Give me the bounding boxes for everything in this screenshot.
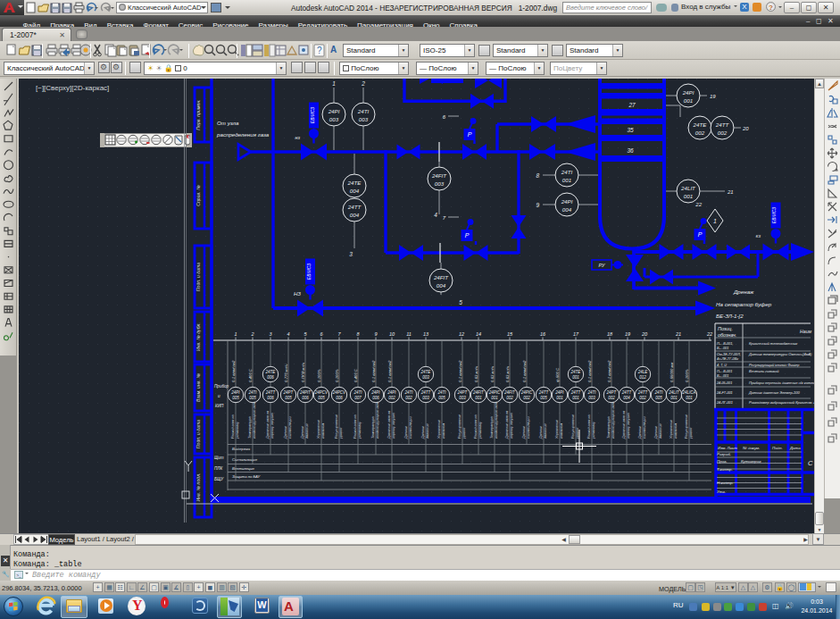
svg-text:001: 001 — [572, 396, 579, 400]
svg-text:001: 001 — [670, 396, 678, 400]
svg-text:0-1 атм/см2: 0-1 атм/см2 — [607, 360, 611, 382]
svg-text:Р: Р — [465, 232, 470, 238]
svg-text:Подп. и дата: Подп. и дата — [195, 420, 201, 449]
svg-text:Температура: Температура — [490, 417, 494, 439]
svg-text:24TT: 24TT — [420, 390, 432, 395]
svg-text:Температура: Температура — [607, 417, 611, 439]
svg-text:установку: установку — [478, 421, 482, 439]
svg-text:давления: давления — [426, 423, 429, 439]
svg-text:22: 22 — [706, 331, 712, 337]
svg-text:24PI: 24PI — [387, 390, 396, 395]
svg-text:горелку запуска: горелку запуска — [510, 413, 513, 439]
svg-text:КИП: КИП — [215, 404, 224, 408]
svg-text:006: 006 — [336, 396, 343, 400]
svg-text:4н-ЛЕ-ТГ-0Вк: 4н-ЛЕ-ТГ-0Вк — [717, 357, 738, 361]
svg-text:Давление газа на: Давление газа на — [387, 411, 391, 439]
svg-text:0-1 атм/см2: 0-1 атм/см2 — [587, 360, 592, 382]
svg-text:24PCV: 24PCV — [314, 390, 329, 395]
svg-text:005: 005 — [438, 396, 445, 400]
svg-text:0-1 атм/см2: 0-1 атм/см2 — [522, 360, 527, 382]
svg-text:давления: давления — [659, 423, 662, 439]
svg-text:001: 001 — [556, 396, 563, 400]
svg-text:Датчик: Датчик — [404, 426, 408, 439]
svg-text:006: 006 — [267, 396, 274, 400]
svg-text:4, Т, U: 4, Т, U — [717, 364, 727, 367]
svg-text:17: 17 — [573, 331, 579, 337]
svg-text:БЩУ: БЩУ — [214, 477, 224, 481]
svg-text:006: 006 — [372, 396, 379, 400]
svg-text:Позиц.: Позиц. — [718, 326, 733, 331]
svg-text:Расход газа на: Расход газа на — [231, 414, 235, 439]
svg-text:Давление газа на: Давление газа на — [505, 411, 509, 439]
svg-text:18: 18 — [607, 331, 613, 337]
svg-text:24PT: 24PT — [606, 390, 618, 395]
svg-text:19: 19 — [710, 94, 716, 99]
svg-text:Датчик: Датчик — [421, 426, 425, 439]
svg-text:24PIC: 24PIC — [520, 390, 533, 395]
svg-text:9: 9 — [536, 202, 539, 208]
svg-text:11: 11 — [406, 331, 412, 337]
svg-text:?: ? — [317, 46, 322, 55]
svg-text:24FIT: 24FIT — [472, 390, 485, 395]
svg-text:Ом-ЗЕ-ТУ-00Л,: Ом-ЗЕ-ТУ-00Л, — [717, 353, 741, 356]
svg-text:7: 7 — [337, 331, 341, 337]
svg-text:001: 001 — [684, 193, 693, 199]
svg-text:уровня: уровня — [576, 428, 579, 439]
svg-text:0-400 С: 0-400 С — [248, 368, 253, 382]
svg-text:24TI: 24TI — [586, 390, 596, 395]
svg-text:нз: нз — [295, 135, 300, 140]
svg-text:24TI: 24TI — [403, 390, 413, 395]
svg-text:Инв. № дубл.: Инв. № дубл. — [195, 322, 201, 351]
svg-text:24PI: 24PI — [328, 108, 340, 114]
svg-text:24FIT: 24FIT — [503, 390, 516, 395]
svg-text:24PI: 24PI — [561, 198, 573, 205]
svg-text:0-63 мл/ч: 0-63 мл/ч — [505, 365, 510, 382]
svg-text:ПЛК: ПЛК — [214, 466, 222, 471]
svg-text:Вентиль газовый: Вентиль газовый — [749, 369, 779, 373]
svg-text:24ТЕ: 24ТЕ — [265, 370, 277, 374]
svg-text:сигнализации: сигнализации — [409, 416, 412, 439]
svg-text:Датчик: Датчик — [284, 426, 287, 439]
svg-text:Датчик: Датчик — [654, 426, 658, 439]
svg-text:27: 27 — [628, 102, 636, 108]
svg-text:005: 005 — [318, 396, 325, 400]
svg-text:21: 21 — [727, 189, 734, 195]
svg-text:Р: Р — [698, 231, 703, 238]
svg-text:24PI: 24PI — [370, 390, 380, 395]
svg-text:005: 005 — [249, 396, 256, 400]
svg-text:002: 002 — [388, 396, 395, 400]
svg-text:конденсирующего газа: конденсирующего газа — [611, 402, 615, 439]
svg-text:Н.контр.: Н.контр. — [717, 481, 734, 485]
svg-text:установку: установку — [358, 421, 362, 439]
svg-text:Расход газа на: Расход газа на — [587, 414, 591, 439]
svg-text:004: 004 — [623, 396, 630, 400]
svg-text:002: 002 — [608, 396, 615, 400]
svg-text:сигнализации: сигнализации — [643, 416, 646, 439]
svg-text:сигнализации: сигнализации — [527, 416, 530, 439]
svg-text:Управление: Управление — [437, 420, 441, 439]
svg-text:24TE: 24TE — [693, 121, 708, 128]
svg-text:давления: давления — [305, 423, 309, 439]
svg-text:001: 001 — [475, 396, 482, 400]
svg-text:7: 7 — [443, 215, 446, 221]
svg-text:24TI: 24TI — [247, 390, 257, 395]
svg-text:004: 004 — [350, 188, 360, 194]
svg-text:клапаном: клапаном — [442, 423, 445, 439]
svg-text:0-55000 мм: 0-55000 мм — [670, 363, 674, 382]
svg-text:3: 3 — [349, 251, 353, 257]
svg-text:0-770 мл/ч: 0-770 мл/ч — [284, 364, 288, 382]
svg-text:Датчик: Датчик — [539, 426, 543, 439]
svg-text:24PI: 24PI — [682, 89, 694, 96]
svg-text:Наим: Наим — [800, 329, 812, 334]
svg-text:П-...В-001: П-...В-001 — [717, 370, 732, 373]
svg-text:0-100%: 0-100% — [685, 369, 689, 382]
svg-text:24FIT: 24FIT — [433, 274, 449, 280]
svg-text:Регулирующий клапан Фишер: Регулирующий клапан Фишер — [749, 363, 800, 367]
svg-text:24FIT: 24FIT — [431, 172, 447, 179]
svg-text:24-ЛГ-001: 24-ЛГ-001 — [716, 401, 733, 405]
svg-text:Датчик: Датчик — [301, 426, 304, 439]
svg-text:Регулирование: Регулирование — [335, 414, 338, 439]
svg-text:24TI: 24TI — [653, 390, 663, 395]
svg-text:24PT: 24PT — [457, 390, 469, 395]
svg-text:35: 35 — [627, 127, 634, 133]
